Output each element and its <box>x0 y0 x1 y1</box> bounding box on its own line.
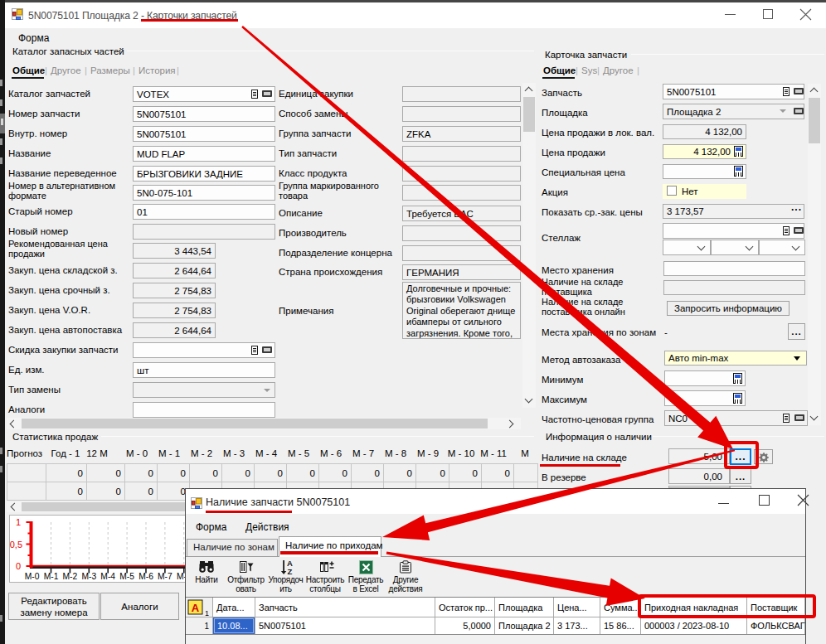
svg-text:М - 10: М - 10 <box>448 448 475 458</box>
svg-text:Цена...: Цена... <box>557 603 587 613</box>
svg-text:15 86...: 15 86... <box>604 621 634 631</box>
svg-text:М-5: М-5 <box>119 572 134 581</box>
svg-text:М-7: М-7 <box>158 572 172 581</box>
svg-text:10.08...: 10.08... <box>217 621 248 631</box>
svg-text:М-3: М-3 <box>81 572 96 581</box>
svg-text:0: 0 <box>343 468 347 478</box>
svg-text:5N0075101: 5N0075101 <box>259 621 306 631</box>
svg-text:0: 0 <box>310 468 315 478</box>
svg-text:ФОЛЬКСВАГЕН: ФОЛЬКСВАГЕН <box>751 621 805 631</box>
svg-text:М - 1: М - 1 <box>158 448 180 458</box>
svg-text:0: 0 <box>78 468 83 478</box>
svg-text:0: 0 <box>407 468 412 478</box>
svg-text:0: 0 <box>505 468 510 478</box>
svg-text:0,5: 0,5 <box>10 540 22 550</box>
svg-text:1: 1 <box>16 517 21 527</box>
svg-text:М - 0: М - 0 <box>126 448 148 458</box>
svg-text:0: 0 <box>440 468 445 478</box>
svg-text:М - 7: М - 7 <box>352 448 374 458</box>
svg-text:М - 2: М - 2 <box>191 448 212 458</box>
svg-text:Приходная накладная: Приходная накладная <box>644 603 738 613</box>
svg-text:12 М: 12 М <box>86 448 108 458</box>
svg-text:0: 0 <box>116 468 121 478</box>
svg-text:М-1: М-1 <box>44 572 59 581</box>
svg-text:М-0: М-0 <box>25 572 40 581</box>
svg-text:Площадка: Площадка <box>498 603 543 613</box>
svg-text:Запчасть: Запчасть <box>259 603 298 613</box>
svg-text:М-4: М-4 <box>100 572 115 581</box>
svg-text:Дата...: Дата... <box>216 603 245 613</box>
svg-text:М - 6: М - 6 <box>320 448 342 458</box>
svg-text:0: 0 <box>78 487 83 496</box>
svg-text:Прогноз: Прогноз <box>7 448 42 458</box>
svg-text:М - 4: М - 4 <box>255 448 278 458</box>
svg-text:1: 1 <box>204 622 209 631</box>
svg-text:Год - 1: Год - 1 <box>51 448 80 458</box>
svg-text:Поставщик: Поставщик <box>751 603 798 613</box>
svg-text:0: 0 <box>473 468 478 478</box>
svg-text:5,0000: 5,0000 <box>463 621 491 631</box>
svg-text:М-2: М-2 <box>63 572 78 581</box>
svg-text:0: 0 <box>181 468 186 478</box>
svg-text:М - 9: М - 9 <box>417 448 439 458</box>
svg-text:М - 5: М - 5 <box>288 448 309 458</box>
svg-text:0: 0 <box>245 468 250 478</box>
svg-text:0: 0 <box>148 468 153 478</box>
svg-text:0: 0 <box>148 487 153 496</box>
svg-text:0: 0 <box>375 468 380 478</box>
svg-text:Сумма...: Сумма... <box>604 603 640 613</box>
svg-text:0: 0 <box>116 487 121 496</box>
svg-text:Остаток пр...: Остаток пр... <box>439 603 493 613</box>
svg-text:М-6: М-6 <box>138 572 153 581</box>
svg-text:М - 3: М - 3 <box>223 448 245 458</box>
svg-text:000003 / 2023-08-10: 000003 / 2023-08-10 <box>644 621 729 631</box>
svg-text:3 173...: 3 173... <box>557 621 588 631</box>
svg-text:М - 8: М - 8 <box>385 448 406 458</box>
svg-text:Площадка 2: Площадка 2 <box>498 621 551 631</box>
svg-text:A: A <box>192 602 200 614</box>
svg-text:1: 1 <box>205 609 209 617</box>
svg-text:М: М <box>521 448 529 458</box>
svg-text:Z: Z <box>288 567 293 575</box>
svg-text:М - 11: М - 11 <box>480 448 507 458</box>
svg-text:0: 0 <box>213 468 218 478</box>
svg-text:0: 0 <box>16 561 21 571</box>
svg-text:0: 0 <box>278 468 283 478</box>
